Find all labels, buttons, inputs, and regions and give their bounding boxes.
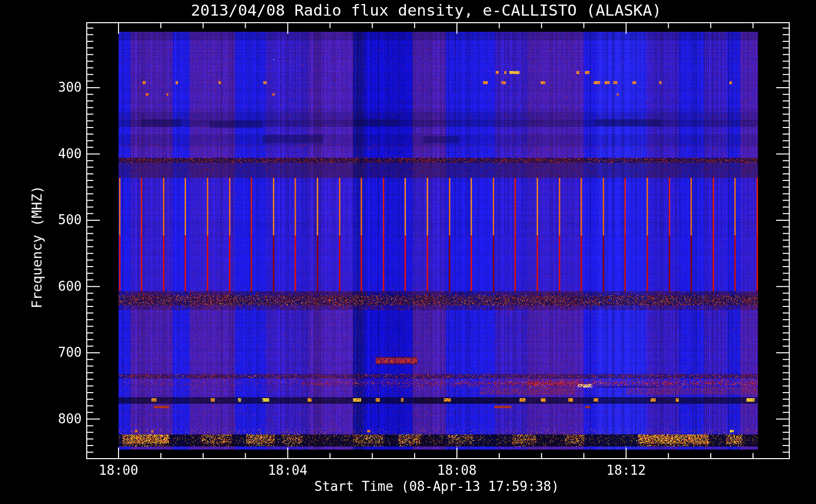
x-tick-label: 18:04 <box>268 463 307 478</box>
callisto-spectrogram-figure: 2013/04/08 Radio flux density, e-CALLIST… <box>0 0 816 504</box>
x-tick-label: 18:08 <box>437 463 477 478</box>
x-tick-label: 18:00 <box>99 463 138 478</box>
spectrogram-canvas <box>0 0 816 504</box>
x-tick-label: 18:12 <box>606 463 646 478</box>
y-tick-label: 600 <box>26 279 82 294</box>
y-tick-label: 300 <box>26 80 82 95</box>
y-tick-label: 700 <box>26 345 82 360</box>
x-axis-label: Start Time (08-Apr-13 17:59:38) <box>314 479 559 494</box>
y-tick-label: 500 <box>26 212 82 227</box>
y-tick-label: 800 <box>26 411 82 426</box>
y-tick-label: 400 <box>26 146 82 161</box>
chart-title: 2013/04/08 Radio flux density, e-CALLIST… <box>191 1 661 19</box>
